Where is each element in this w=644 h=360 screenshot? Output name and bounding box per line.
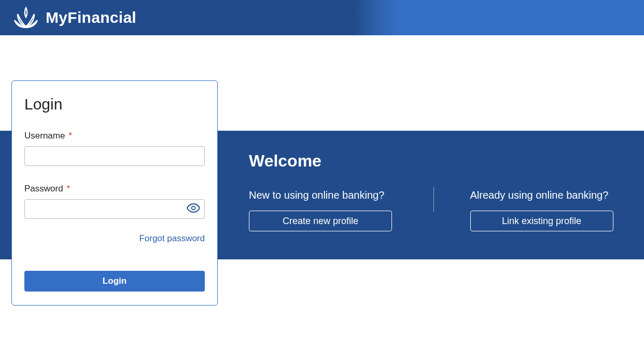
required-asterisk: * — [66, 184, 70, 193]
forgot-password-link[interactable]: Forgot password — [139, 233, 205, 243]
username-label-text: Username — [24, 131, 65, 141]
password-input-wrap — [24, 199, 205, 219]
lotus-icon — [12, 6, 39, 30]
password-field-group: Password * — [24, 184, 205, 219]
password-label: Password * — [24, 184, 205, 194]
existing-user-question: Already using online banking? — [470, 189, 634, 201]
new-user-question: New to using online banking? — [249, 189, 413, 201]
link-profile-button[interactable]: Link existing profile — [470, 211, 613, 231]
show-password-toggle[interactable] — [183, 200, 204, 218]
login-title: Login — [24, 95, 205, 113]
app-header: MyFinancial — [0, 0, 644, 35]
username-input[interactable] — [24, 146, 205, 166]
create-profile-button[interactable]: Create new profile — [249, 211, 392, 231]
welcome-col-existing: Already using online banking? Link exist… — [434, 189, 634, 231]
login-button[interactable]: Login — [24, 271, 205, 292]
forgot-password-row: Forgot password — [24, 233, 205, 244]
username-field-group: Username * — [24, 131, 205, 166]
brand-logo: MyFinancial — [12, 6, 136, 30]
welcome-col-new: New to using online banking? Create new … — [249, 189, 433, 231]
username-label: Username * — [24, 131, 205, 141]
welcome-columns: New to using online banking? Create new … — [249, 189, 634, 231]
welcome-panel: Welcome New to using online banking? Cre… — [249, 151, 634, 231]
login-card: Login Username * Password * Forg — [11, 80, 218, 306]
password-input[interactable] — [25, 200, 183, 218]
welcome-title: Welcome — [249, 151, 634, 171]
svg-point-0 — [192, 206, 195, 210]
password-label-text: Password — [24, 184, 63, 193]
required-asterisk: * — [68, 131, 72, 141]
eye-icon — [187, 203, 200, 215]
brand-name: MyFinancial — [46, 9, 136, 26]
